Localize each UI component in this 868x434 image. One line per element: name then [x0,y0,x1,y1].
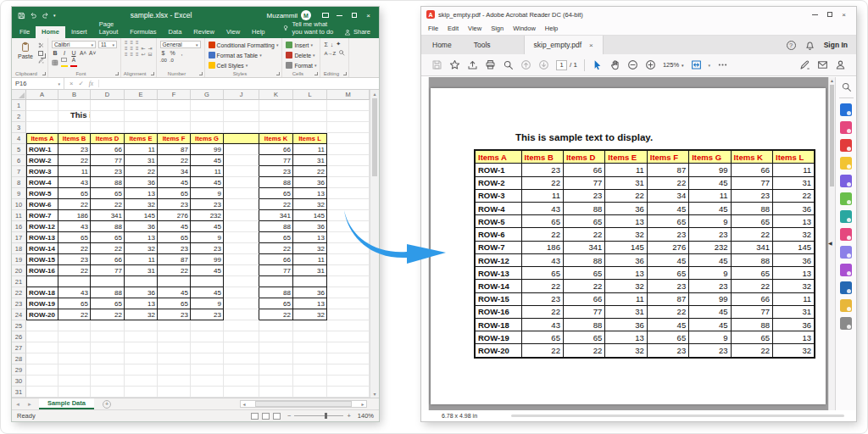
cell-G19[interactable]: 99 [191,254,224,265]
cell-K7[interactable]: 23 [259,166,293,177]
cell-G8[interactable]: 45 [191,177,224,188]
cell-F17[interactable]: 65 [158,232,191,243]
cell-D27[interactable] [91,342,125,353]
cell-L1[interactable] [293,100,327,111]
cells-group-item-delete[interactable]: Delete▾ [286,51,316,59]
cell-L8[interactable]: 36 [293,177,327,188]
cell-B31[interactable] [58,387,91,398]
share-button[interactable]: Share [337,28,377,38]
menu-file[interactable]: File [428,25,438,32]
cell-D9[interactable]: 65 [91,188,125,199]
zoom-slider-thumb[interactable] [325,413,327,419]
ribbon-display-options-icon[interactable] [318,9,332,21]
sign-in-button[interactable]: Sign In [824,41,848,49]
cell-K26[interactable] [259,331,293,342]
cell-J31[interactable] [224,387,259,398]
row-header-2[interactable]: 2 [12,111,26,122]
cell-K11[interactable]: 341 [259,210,293,221]
cell-M28[interactable] [327,353,370,364]
hscroll-thumb[interactable] [255,401,352,407]
cell-F16[interactable]: 45 [158,221,191,232]
cell-L11[interactable]: 145 [293,210,327,221]
zoom-out-icon[interactable] [627,59,638,70]
export-pdf-icon[interactable] [840,103,852,116]
cell-L23[interactable]: 13 [293,298,327,309]
cell-D10[interactable]: 22 [91,199,125,210]
ribbon-tab-page-layout[interactable]: Page Layout [93,19,125,38]
cell-K9[interactable]: 65 [259,188,293,199]
find-icon[interactable] [338,49,345,56]
user-avatar[interactable]: M [301,10,311,20]
cell-B30[interactable] [58,376,91,387]
cell-B8[interactable]: 43 [58,177,91,188]
cell-B11[interactable]: 186 [58,210,91,221]
row-header-29[interactable]: 29 [12,364,26,376]
cell-E18[interactable]: 32 [125,243,158,254]
ribbon-tab-view[interactable]: View [220,26,246,38]
cell-M9[interactable] [327,188,370,199]
cell-G23[interactable]: 9 [191,298,224,309]
menu-view[interactable]: View [468,25,481,32]
cell-B21[interactable] [58,276,91,287]
cell-D26[interactable] [91,331,125,342]
compress-icon[interactable] [840,264,852,276]
scissors-icon[interactable] [38,42,44,48]
autosum-button[interactable]: Σ [324,42,327,47]
row-header-22[interactable]: 22 [12,287,26,298]
cell-A18[interactable]: ROW-14 [26,243,58,254]
cell-F18[interactable]: 23 [158,243,191,254]
clipboard-icon[interactable] [20,42,31,53]
styles-group-item-cell-styles[interactable]: Cell Styles▾ [209,61,279,70]
cell-M31[interactable] [327,387,370,398]
zoom-in-icon[interactable] [645,59,656,70]
cell-M20[interactable] [327,265,370,276]
cell-J1[interactable] [224,100,259,111]
cell-G6[interactable]: 45 [191,155,224,166]
cell-L2[interactable] [293,111,327,122]
cell-B20[interactable]: 22 [58,265,91,276]
cell-B4[interactable]: Items B [58,133,91,144]
excel-close-button[interactable]: × [361,9,376,21]
menu-edit[interactable]: Edit [448,25,459,32]
cell-G5[interactable]: 99 [191,144,224,155]
cell-E8[interactable]: 36 [125,177,158,188]
font-group-dialog-launcher-icon[interactable] [115,72,119,75]
row-header-1[interactable]: 1 [12,100,26,111]
print-icon[interactable] [485,59,496,70]
cell-M2[interactable] [327,111,370,122]
cell-K30[interactable] [259,376,293,387]
paste-button[interactable]: Paste [15,41,36,70]
cell-J19[interactable] [224,254,259,265]
sheet-nav-left-icon[interactable]: ◄ [12,402,24,407]
cell-B10[interactable]: 22 [58,199,91,210]
row-header-27[interactable]: 27 [12,342,26,353]
cell-K22[interactable]: 88 [259,287,293,298]
cell-A24[interactable]: ROW-20 [26,309,58,320]
cell-B3[interactable] [58,122,91,133]
find-select-button[interactable] [338,49,345,57]
cell-J3[interactable] [224,122,259,133]
ribbon-tab-home[interactable]: Home [36,26,65,38]
cell-L3[interactable] [293,122,327,133]
align-bottom-icon[interactable]: ≡ [130,53,133,57]
row-header-26[interactable]: 26 [12,331,26,342]
cells-group-item-insert[interactable]: Insert▾ [286,41,316,49]
row-header-24[interactable]: 24 [12,309,26,320]
close-document-icon[interactable]: × [589,42,593,49]
cell-J4[interactable] [224,133,259,144]
cell-J7[interactable] [224,166,259,177]
panel-collapse-icon[interactable]: ◀ [828,240,832,246]
column-header-G[interactable]: G [191,90,224,100]
cell-A21[interactable] [26,276,58,287]
menu-help[interactable]: Help [545,25,558,32]
cell-F31[interactable] [158,387,191,398]
pdf-vertical-scrollbar[interactable]: ▲ ◀ [828,77,835,410]
cell-B2[interactable]: This is sample text to display. [58,111,91,122]
cell-E19[interactable]: 11 [125,254,158,265]
cut-button[interactable] [38,42,44,48]
cell-L16[interactable]: 36 [293,221,327,232]
row-header-20[interactable]: 20 [12,265,26,276]
row-header-9[interactable]: 9 [12,188,26,199]
cell-M30[interactable] [327,376,370,387]
number-group-dialog-launcher-icon[interactable] [199,72,203,75]
